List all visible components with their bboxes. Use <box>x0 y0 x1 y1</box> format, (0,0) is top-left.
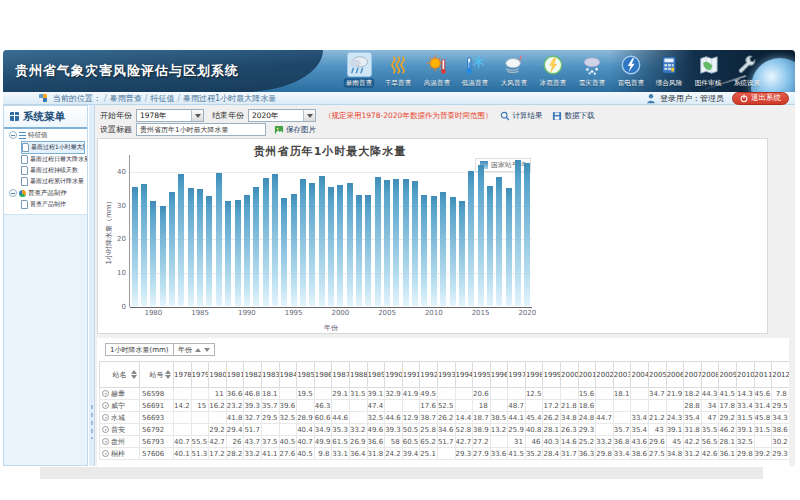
bar-2004[interactable] <box>375 177 381 306</box>
row-select-radio[interactable] <box>102 450 109 457</box>
bar-2019[interactable] <box>515 160 521 306</box>
sort-desc-icon[interactable] <box>204 348 210 352</box>
col-year-1981[interactable]: 1981 <box>226 362 244 388</box>
bar-2018[interactable] <box>506 188 512 306</box>
bar-2016[interactable] <box>487 186 493 306</box>
chart-title-input[interactable] <box>136 123 266 136</box>
sidebar-item-survey-product-making[interactable]: 普查产品制作 <box>21 199 87 210</box>
toolbar-item-rainstorm[interactable]: 暴雨普查 <box>341 52 377 92</box>
bar-1985[interactable] <box>197 189 203 306</box>
col-year-2012[interactable]: 2012 <box>772 362 789 388</box>
col-year-1979[interactable]: 1979 <box>191 362 209 388</box>
sidebar-item-duration-days[interactable]: 暴雨过程持续天数 <box>21 165 87 176</box>
calculate-button[interactable]: 计算结果 <box>500 111 542 121</box>
bar-1987[interactable] <box>216 173 222 306</box>
bar-1978[interactable] <box>132 187 138 306</box>
col-year-2001[interactable]: 2001 <box>578 362 596 388</box>
col-year-2004[interactable]: 2004 <box>631 362 649 388</box>
bar-1986[interactable] <box>206 196 212 306</box>
bar-2014[interactable] <box>468 171 474 306</box>
toolbar-item-high-temp[interactable]: 高温普查 <box>419 52 455 92</box>
sort-desc-icon[interactable] <box>131 375 137 379</box>
bar-1997[interactable] <box>309 183 315 306</box>
col-year-1985[interactable]: 1985 <box>297 362 315 388</box>
bar-1983[interactable] <box>178 174 184 306</box>
sort-asc-icon[interactable] <box>165 370 171 374</box>
sidebar-item-daily-max-precip[interactable]: 暴雨过程日最大降水量 <box>21 154 87 165</box>
col-year-1986[interactable]: 1986 <box>314 362 332 388</box>
col-year-2007[interactable]: 2007 <box>684 362 702 388</box>
row-select-radio[interactable] <box>102 426 109 433</box>
bar-1994[interactable] <box>281 198 287 306</box>
bar-2011[interactable] <box>440 192 446 306</box>
row-select-radio[interactable] <box>102 414 109 421</box>
bar-2020[interactable] <box>524 163 530 306</box>
bar-1989[interactable] <box>235 200 241 306</box>
bar-2003[interactable] <box>365 195 371 306</box>
bar-1988[interactable] <box>225 201 231 306</box>
col-year-1996[interactable]: 1996 <box>490 362 508 388</box>
bar-2009[interactable] <box>421 195 427 306</box>
toolbar-item-composite-risk[interactable]: 综合风险 <box>651 52 687 92</box>
col-year-1989[interactable]: 1989 <box>367 362 385 388</box>
bar-1998[interactable] <box>319 176 325 306</box>
col-year-1980[interactable]: 1980 <box>209 362 227 388</box>
col-year-2002[interactable]: 2002 <box>596 362 614 388</box>
bar-1981[interactable] <box>160 206 166 306</box>
sort-asc-icon[interactable] <box>131 370 137 374</box>
sidebar-group-feature-values[interactable]: 特征值 <box>4 129 87 141</box>
toolbar-item-snow[interactable]: 雪灾普查 <box>574 52 610 92</box>
sort-desc-icon[interactable] <box>165 375 171 379</box>
bar-2013[interactable] <box>459 201 465 306</box>
bar-1992[interactable] <box>263 178 269 306</box>
col-year-1988[interactable]: 1988 <box>349 362 367 388</box>
start-year-select[interactable]: 1978年 <box>136 109 204 122</box>
column-dim-box[interactable]: 年份 <box>173 343 215 356</box>
bar-2005[interactable] <box>384 180 390 306</box>
bar-2002[interactable] <box>356 195 362 306</box>
col-station-id[interactable]: 站号 <box>140 362 174 388</box>
col-year-1987[interactable]: 1987 <box>332 362 350 388</box>
end-year-select[interactable]: 2020年 <box>248 109 316 122</box>
bar-1990[interactable] <box>244 195 250 306</box>
col-year-2011[interactable]: 2011 <box>754 362 772 388</box>
bar-2012[interactable] <box>450 197 456 306</box>
row-select-radio[interactable] <box>102 390 109 397</box>
logout-button[interactable]: 退出系统 <box>732 92 789 105</box>
col-year-1998[interactable]: 1998 <box>525 362 543 388</box>
col-year-2010[interactable]: 2010 <box>737 362 755 388</box>
bar-2006[interactable] <box>393 179 399 306</box>
col-year-1983[interactable]: 1983 <box>261 362 279 388</box>
bar-2017[interactable] <box>496 177 502 306</box>
sidebar-item-cumulative-precip[interactable]: 暴雨过程累计降水量 <box>21 176 87 187</box>
bar-1991[interactable] <box>253 187 259 306</box>
bar-1999[interactable] <box>328 187 334 306</box>
toolbar-item-settings[interactable]: 系统设置 <box>729 52 765 92</box>
col-year-2003[interactable]: 2003 <box>613 362 631 388</box>
download-button[interactable]: 数据下载 <box>552 111 594 121</box>
col-year-1992[interactable]: 1992 <box>420 362 438 388</box>
bar-1982[interactable] <box>169 192 175 306</box>
toolbar-item-drought[interactable]: 干旱普查 <box>380 52 416 92</box>
toolbar-item-wind[interactable]: 大风普查 <box>496 52 532 92</box>
toolbar-item-map-review[interactable]: 图件审核 <box>690 52 726 92</box>
bar-2001[interactable] <box>347 183 353 306</box>
col-year-1991[interactable]: 1991 <box>402 362 420 388</box>
col-year-1994[interactable]: 1994 <box>455 362 473 388</box>
row-select-radio[interactable] <box>102 438 109 445</box>
col-year-1999[interactable]: 1999 <box>543 362 561 388</box>
col-year-2000[interactable]: 2000 <box>561 362 579 388</box>
col-station-name[interactable]: 站名 <box>100 362 140 388</box>
bar-2008[interactable] <box>412 181 418 306</box>
col-year-1990[interactable]: 1990 <box>385 362 403 388</box>
bar-1979[interactable] <box>141 184 147 306</box>
col-year-1995[interactable]: 1995 <box>473 362 491 388</box>
measure-field-box[interactable]: 1小时降水量(mm) <box>105 343 174 356</box>
bar-1984[interactable] <box>188 188 194 306</box>
bar-1995[interactable] <box>291 194 297 306</box>
col-year-1993[interactable]: 1993 <box>437 362 455 388</box>
breadcrumb-item-feature[interactable]: 特征值 <box>150 93 174 104</box>
bar-2010[interactable] <box>431 196 437 306</box>
save-image-button[interactable]: 保存图片 <box>274 125 316 135</box>
toolbar-item-lightning[interactable]: 雷电普查 <box>613 52 649 92</box>
